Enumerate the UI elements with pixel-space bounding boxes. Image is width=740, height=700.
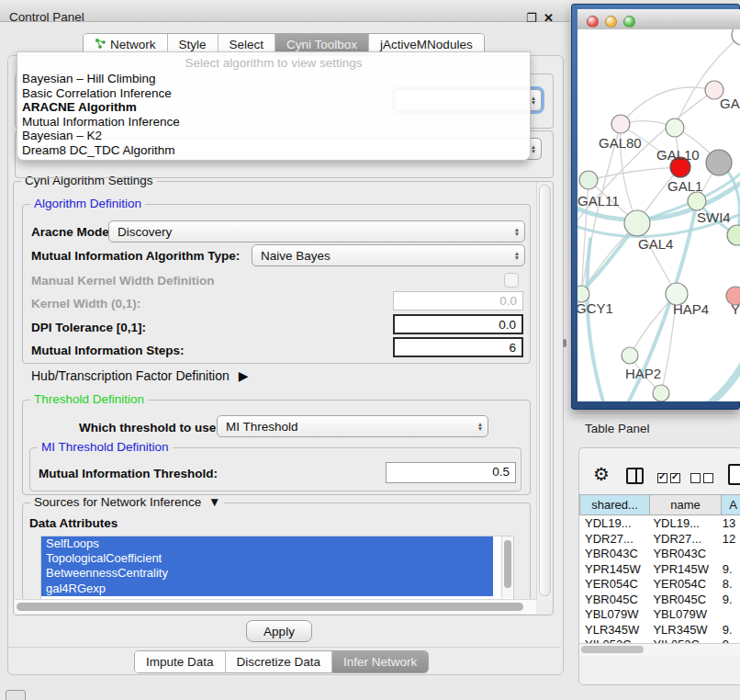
column-header-name[interactable]: name (650, 494, 722, 515)
table-cell: YLR345W (647, 623, 716, 638)
attribute-item[interactable]: SelfLoops (41, 536, 493, 551)
close-panel-icon[interactable]: ✕ (544, 11, 554, 25)
minimize-window-icon[interactable] (605, 16, 617, 28)
mutual-information-threshold-field[interactable]: 0.5 (386, 462, 516, 483)
aracne-mode-combo[interactable]: Discovery ▲▼ (108, 220, 525, 243)
close-window-icon[interactable] (587, 16, 599, 28)
table-cell: YER054C (579, 577, 647, 593)
network-node[interactable] (624, 210, 650, 236)
apply-button[interactable]: Apply (246, 620, 312, 642)
network-node-label: GAL (720, 96, 740, 111)
kernel-width-field[interactable]: 0.0 (393, 291, 523, 310)
network-window-titlebar[interactable] (577, 9, 740, 30)
data-attributes-list[interactable]: SelfLoopsTopologicalCoefficientBetweenne… (40, 536, 514, 601)
split-columns-icon[interactable] (626, 468, 644, 484)
popup-prompt: Select algorithm to view settings (17, 56, 530, 70)
network-node[interactable] (666, 119, 684, 137)
network-node[interactable] (706, 150, 732, 175)
settings-horizontal-scrollbar[interactable] (15, 599, 536, 614)
network-node[interactable] (727, 225, 740, 245)
collapse-arrow-icon[interactable]: ▼ (208, 495, 220, 509)
bottom-divider (8, 647, 561, 648)
tab-infer-network[interactable]: Infer Network (332, 651, 428, 672)
network-node-label: SWI4 (697, 209, 731, 225)
sources-title-text: Sources for Network Inference (34, 495, 201, 509)
network-canvas[interactable]: GALGAL80GAL10GAL1GAL11SWI4GAL4GCY1HAP4YH… (577, 29, 740, 401)
table-row[interactable]: YLR345WYLR345W9. (579, 623, 740, 638)
table-row[interactable]: YBR043CYBR043C (579, 547, 740, 562)
table-row[interactable]: YDR27...YDR27...12 (579, 532, 740, 548)
column-header-shared[interactable]: shared... (579, 494, 650, 515)
algorithm-option[interactable]: Mutual Information Inference (17, 115, 530, 130)
attributes-scrollbar-thumb[interactable] (504, 540, 511, 588)
column-header-label: name (670, 498, 701, 512)
table-cell: YBL079W (647, 607, 716, 623)
table-row[interactable]: YBL079WYBL079W (579, 607, 740, 623)
table-cell: YDL19... (579, 516, 647, 532)
network-icon (95, 38, 107, 52)
tab-label: Style (179, 38, 207, 51)
mi-steps-field[interactable]: 6 (393, 337, 523, 357)
manual-kernel-width-checkbox[interactable] (504, 273, 519, 288)
network-node[interactable] (653, 385, 669, 401)
network-node[interactable] (622, 347, 638, 364)
algorithm-option[interactable]: ARACNE Algorithm (17, 100, 530, 115)
network-node[interactable] (688, 192, 706, 210)
document-icon[interactable] (728, 464, 740, 485)
which-threshold-combo[interactable]: MI Threshold ▲▼ (217, 415, 488, 437)
tab-label: Discretize Data (237, 655, 321, 669)
control-panel-title: Control Panel (9, 10, 84, 24)
splitter-handle[interactable] (563, 339, 566, 347)
algorithm-option[interactable]: Basic Correlation Inference (17, 86, 530, 101)
unchecked-pair-icon[interactable] (690, 470, 716, 487)
tab-impute-data[interactable]: Impute Data (135, 651, 226, 672)
algorithm-option[interactable]: Bayesian – K2 (17, 129, 530, 143)
network-node[interactable] (579, 171, 598, 189)
table-horizontal-scrollbar[interactable] (579, 643, 740, 656)
attribute-item[interactable]: BetweennessCentrality (41, 566, 493, 581)
table-cell: 9. (717, 562, 740, 578)
settings-vertical-thumb[interactable] (539, 185, 551, 596)
popup-item-list: Bayesian – Hill ClimbingBasic Correlatio… (17, 72, 530, 158)
table-row[interactable]: YDL19...YDL19...13 (579, 516, 740, 532)
float-panel-icon[interactable]: ❐ (526, 11, 537, 25)
attributes-scrollbar[interactable] (501, 536, 513, 598)
table-cell: YBR045C (647, 593, 716, 608)
table-cell: 9. (717, 623, 740, 638)
collapsed-panel-icon[interactable] (6, 690, 26, 700)
column-header-a[interactable]: A (722, 494, 740, 515)
manual-kernel-width-label: Manual Kernel Width Definition (31, 274, 214, 288)
table-row[interactable]: YBR045CYBR045C9. (579, 593, 740, 608)
algorithm-option[interactable]: Bayesian – Hill Climbing (17, 72, 530, 86)
data-attributes-label: Data Attributes (29, 516, 118, 530)
tab-discretize-data[interactable]: Discretize Data (226, 651, 333, 672)
dpi-tolerance-field[interactable]: 0.0 (393, 314, 523, 334)
network-node[interactable] (611, 115, 630, 133)
gear-icon[interactable]: ⚙ (593, 463, 610, 485)
table-panel-title: Table Panel (585, 422, 650, 435)
attribute-item[interactable]: gal4RGexp (41, 581, 493, 596)
which-threshold-label: Which threshold to use: (79, 421, 220, 435)
checked-pair-icon[interactable] (657, 470, 683, 487)
tab-label: Network (110, 38, 156, 51)
hub-section-label[interactable]: Hub/Transcription Factor Definition ▶ (31, 368, 248, 383)
table-cell: 8. (717, 577, 740, 593)
settings-vertical-scrollbar[interactable] (536, 182, 552, 600)
network-node-label: GAL10 (656, 147, 700, 163)
network-edge[interactable] (589, 167, 680, 180)
table-cell: YBR045C (579, 593, 647, 608)
stepper-arrows-icon: ▲▼ (473, 422, 488, 431)
table-row[interactable]: YER054CYER054C8. (579, 577, 740, 593)
network-edge[interactable] (675, 35, 740, 128)
attribute-item[interactable]: TopologicalCoefficient (41, 551, 493, 566)
table-horizontal-thumb[interactable] (581, 646, 644, 653)
settings-horizontal-thumb[interactable] (17, 603, 523, 611)
algorithm-option[interactable]: Dream8 DC_TDC Algorithm (17, 143, 530, 158)
table-panel-divider (571, 415, 740, 416)
mi-algorithm-type-combo[interactable]: Naive Bayes ▲▼ (252, 244, 525, 266)
zoom-window-icon[interactable] (623, 16, 635, 28)
network-edge-highlighted[interactable] (704, 356, 740, 401)
expand-arrow-icon[interactable]: ▶ (239, 368, 249, 383)
table-row[interactable]: YPR145WYPR145W9. (579, 562, 740, 578)
network-edge[interactable] (621, 87, 714, 124)
